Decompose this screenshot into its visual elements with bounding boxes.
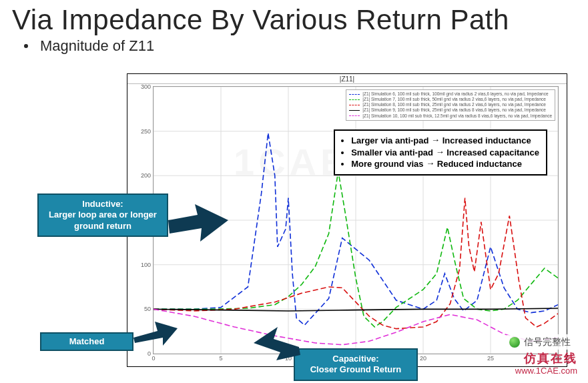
callout-inductive-line1: Inductive: xyxy=(45,199,160,210)
brand-bubble: 信号完整性 xyxy=(503,334,577,350)
arrow-inductive-icon xyxy=(168,204,228,244)
notes-box: Larger via anti-pad → Increased inductan… xyxy=(334,129,547,175)
chart-title: |Z11| xyxy=(127,75,567,84)
callout-inductive-line3: ground return xyxy=(45,221,160,232)
svg-marker-15 xyxy=(133,322,178,346)
note-item: More ground vias → Reduced inductance xyxy=(351,158,539,170)
subtitle-text: Magnitude of Z11 xyxy=(40,37,154,54)
callout-matched: Matched xyxy=(40,332,133,351)
y-tick-label: 100 xyxy=(141,262,154,268)
callout-capacitive-line1: Capacitive: xyxy=(302,354,410,364)
note-item: Smaller via anti-pad → Increased capacit… xyxy=(351,147,539,159)
callout-capacitive: Capacitive: Closer Ground Return xyxy=(294,348,418,381)
bullet-icon xyxy=(24,44,28,48)
legend-swatch-icon xyxy=(349,110,360,111)
legend-swatch-icon xyxy=(349,99,360,100)
slide-title: Via Impedance By Various Return Path xyxy=(0,0,588,36)
note-item: Larger via anti-pad → Increased inductan… xyxy=(351,135,539,147)
legend-swatch-icon xyxy=(349,105,360,105)
legend-label: |Z1| Simulation 8, 100 mil sub thick, 25… xyxy=(362,102,546,107)
callout-inductive: Inductive: Larger loop area or longer gr… xyxy=(37,194,168,237)
svg-marker-16 xyxy=(254,327,300,360)
slide-subtitle: Magnitude of Z11 xyxy=(0,36,588,55)
legend-label: |Z1| Simulation 9, 100 mil sub thick, 25… xyxy=(362,107,546,113)
legend-row: |Z1| Simulation 10, 100 mil sub thick, 1… xyxy=(349,113,552,119)
y-tick-label: 200 xyxy=(141,172,154,179)
legend-row: |Z1| Simulation 6, 100 mil sub thick, 10… xyxy=(349,91,552,97)
wechat-icon xyxy=(509,337,520,348)
legend-row: |Z1| Simulation 9, 100 mil sub thick, 25… xyxy=(349,107,552,113)
y-tick-label: 250 xyxy=(141,128,154,135)
chart-legend: |Z1| Simulation 6, 100 mil sub thick, 10… xyxy=(346,89,555,121)
legend-swatch-icon xyxy=(349,94,360,95)
arrow-matched-icon xyxy=(133,322,178,346)
x-tick-label: 5 xyxy=(219,354,222,362)
y-tick-label: 50 xyxy=(144,306,154,312)
svg-marker-14 xyxy=(168,204,228,242)
brand-zh: 仿真在线 xyxy=(503,352,577,366)
brand-url: www.1CAE.com xyxy=(503,366,577,376)
brand-block: 信号完整性 仿真在线 www.1CAE.com xyxy=(503,334,577,376)
x-tick-label: 25 xyxy=(487,354,494,362)
legend-label: |Z1| Simulation 7, 100 mil sub thick, 50… xyxy=(362,97,546,102)
callout-capacitive-line2: Closer Ground Return xyxy=(302,364,410,375)
callout-inductive-line2: Larger loop area or longer xyxy=(45,210,160,220)
legend-swatch-icon xyxy=(349,115,360,116)
y-tick-label: 300 xyxy=(141,83,154,90)
x-tick-label: 0 xyxy=(152,354,155,362)
legend-row: |Z1| Simulation 7, 100 mil sub thick, 50… xyxy=(349,97,552,102)
legend-label: |Z1| Simulation 10, 100 mil sub thick, 1… xyxy=(362,113,552,119)
legend-label: |Z1| Simulation 6, 100 mil sub thick, 10… xyxy=(362,91,548,97)
callout-matched-text: Matched xyxy=(69,336,105,346)
brand-bubble-text: 信号完整性 xyxy=(524,336,571,348)
legend-row: |Z1| Simulation 8, 100 mil sub thick, 25… xyxy=(349,102,552,107)
x-tick-label: 20 xyxy=(420,354,426,362)
arrow-capacitive-icon xyxy=(254,327,300,360)
